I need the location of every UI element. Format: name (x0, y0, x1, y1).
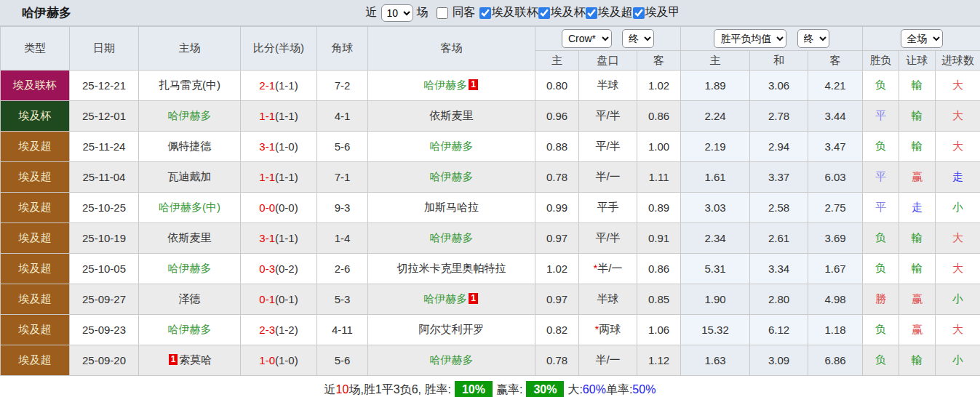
avg-type-select[interactable]: 胜平负均值 (714, 29, 786, 48)
halftime-score: (1-1) (275, 79, 298, 92)
wdl-result-cell: 负 (863, 345, 899, 376)
goals-result-cell: 小 (936, 193, 980, 223)
league-filter-埃及杯: 埃及杯 (538, 5, 586, 20)
avg-away-cell: 2.75 (808, 193, 863, 223)
handicap-result-cell: 輸 (899, 71, 936, 101)
goals-result-cell: 大 (936, 101, 980, 132)
avg-away-cell: 3.47 (808, 132, 863, 162)
team-name: 扎马雷克(中) (159, 79, 220, 91)
handicap-result-cell: 赢 (899, 284, 936, 315)
league-checkbox[interactable] (586, 7, 597, 19)
odds-home-cell: 0.82 (535, 315, 579, 345)
scope-select[interactable]: 全场 (901, 29, 943, 48)
page-title: 哈伊赫多 (22, 4, 71, 21)
handicap-result-cell: 赢 (899, 162, 936, 193)
table-row: 埃及超25-11-04瓦迪戴加1-1(1-1)7-1哈伊赫多0.78半/一1.1… (1, 162, 980, 193)
same-away-checkbox[interactable] (437, 7, 448, 19)
handicap-cell: 半/一 (579, 162, 637, 193)
team-name: 泽德 (179, 292, 201, 305)
wdl-result-cell: 平 (863, 193, 899, 223)
league-checkbox[interactable] (633, 7, 645, 19)
league-filter-埃及超: 埃及超 (586, 5, 633, 20)
away-team-cell: 阿尔艾利开罗 (368, 315, 535, 345)
avg-home-cell: 1.89 (681, 71, 750, 101)
date-cell: 25-09-20 (70, 345, 139, 376)
match-count-select[interactable]: 10 (381, 4, 413, 22)
league-checkbox-label: 埃及联杯 (492, 5, 538, 20)
team-name: 哈伊赫多(中) (159, 201, 220, 213)
subcol-odds-home: 主 (535, 51, 579, 71)
league-filter-埃及联杯: 埃及联杯 (479, 5, 538, 20)
goals-result-cell: 小 (936, 345, 980, 376)
corner-cell: 5-6 (317, 132, 368, 162)
handicap-result-cell: 輸 (899, 345, 936, 376)
avg-home-cell: 2.24 (681, 101, 750, 132)
team-name: 切拉米卡克里奥帕特拉 (397, 262, 506, 274)
odds-home-cell: 0.97 (535, 284, 579, 315)
avg-draw-cell: 3.06 (750, 71, 808, 101)
date-cell: 25-10-25 (70, 193, 139, 223)
avg-time-select[interactable]: 终 (797, 29, 829, 48)
score-cell: 2-3(1-2) (241, 315, 317, 345)
bookmaker-select[interactable]: Crow* (562, 29, 612, 48)
avg-away-cell: 3.69 (808, 223, 863, 254)
avg-draw-cell: 2.58 (750, 193, 808, 223)
avg-away-cell: 6.03 (808, 162, 863, 193)
score-cell: 3-1(1-0) (241, 132, 317, 162)
changed-odds-star: * (593, 262, 597, 274)
team-name: 瓦迪戴加 (168, 170, 212, 183)
league-checkbox[interactable] (538, 7, 550, 19)
handicap-result-cell: 赢 (899, 315, 936, 345)
col-header-score: 比分(半场) (241, 27, 317, 71)
rate-badge: 10% (455, 381, 493, 397)
handicap-cell: 平手 (579, 193, 637, 223)
avg-draw-cell: 3.34 (750, 254, 808, 284)
wdl-result-cell: 负 (863, 71, 899, 101)
league-filter-埃及甲: 埃及甲 (633, 5, 680, 20)
score-cell: 2-1(1-1) (241, 71, 317, 101)
subcol-avg-away: 客 (808, 51, 863, 71)
odds-away-cell: 0.85 (637, 284, 681, 315)
wdl-result-cell: 负 (863, 254, 899, 284)
odds-away-cell: 0.89 (637, 193, 681, 223)
avg-draw-cell: 2.94 (750, 132, 808, 162)
result-group-header: 全场 (863, 27, 980, 51)
avg-home-cell: 2.19 (681, 132, 750, 162)
handicap-cell: *两球 (579, 315, 637, 345)
subcol-goals: 进球数 (936, 51, 980, 71)
top-control-bar: 哈伊赫多 近 10 场 同客 埃及联杯埃及杯埃及超埃及甲 (0, 0, 980, 26)
goals-result-cell: 大 (936, 254, 980, 284)
avg-home-cell: 15.32 (681, 315, 750, 345)
team-name: 哈伊赫多 (430, 353, 474, 366)
col-header-corner: 角球 (317, 27, 368, 71)
league-type-cell: 埃及联杯 (1, 71, 70, 101)
handicap-cell: 半/一 (579, 345, 637, 376)
league-checkbox[interactable] (479, 7, 491, 19)
away-team-cell: 哈伊赫多1 (368, 71, 535, 101)
wdl-result-cell: 勝 (863, 284, 899, 315)
home-team-cell: 依斯麦里 (139, 223, 241, 254)
team-name: 依斯麦里 (430, 109, 474, 121)
league-type-cell: 埃及超 (1, 284, 70, 315)
goals-result-cell: 走 (936, 162, 980, 193)
summary-number: 10 (336, 383, 349, 396)
team-name: 哈伊赫多 (168, 323, 212, 335)
corner-cell: 1-4 (317, 223, 368, 254)
table-row: 埃及联杯25-12-21扎马雷克(中)2-1(1-1)7-2哈伊赫多10.80半… (1, 71, 980, 101)
halftime-score: (0-2) (275, 262, 298, 275)
near-label: 近 (366, 5, 378, 20)
summary-percvalue: 50% (632, 383, 656, 396)
goals-result-cell: 大 (936, 315, 980, 345)
odds-away-cell: 0.91 (637, 223, 681, 254)
odds-time-select[interactable]: 终 (622, 29, 654, 48)
home-team-cell: 哈伊赫多 (139, 101, 241, 132)
halftime-score: (1-1) (275, 171, 298, 183)
handicap-cell: 半球 (579, 284, 637, 315)
odds-home-cell: 1.02 (535, 254, 579, 284)
fulltime-score: 1-0 (259, 354, 275, 366)
subcol-odds-away: 客 (637, 51, 681, 71)
wdl-result-cell: 平 (863, 162, 899, 193)
away-team-cell: 切拉米卡克里奥帕特拉 (368, 254, 535, 284)
date-cell: 25-09-27 (70, 284, 139, 315)
avg-draw-cell: 6.12 (750, 315, 808, 345)
